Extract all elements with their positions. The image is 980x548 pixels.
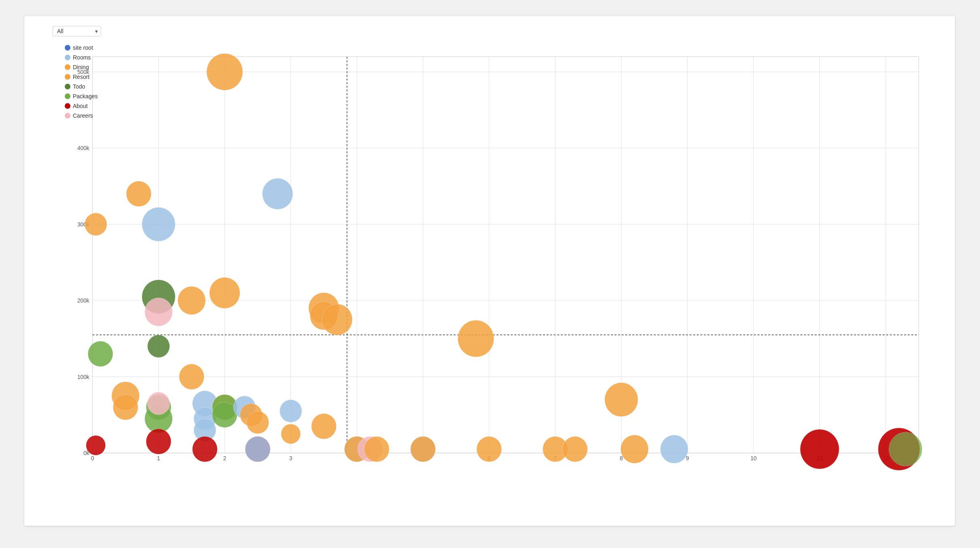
svg-point-52 xyxy=(147,392,170,415)
svg-text:0: 0 xyxy=(91,455,94,461)
svg-point-89 xyxy=(621,435,649,463)
svg-point-53 xyxy=(146,429,171,454)
svg-point-60 xyxy=(192,436,217,462)
chart-container: All Site A Site B site root Rooms Dining… xyxy=(24,16,955,526)
legend-label: Resort xyxy=(73,74,89,80)
legend-dot xyxy=(65,45,70,51)
legend-dot xyxy=(65,93,70,99)
chart-area: site root Rooms Dining Resort Todo Packa… xyxy=(61,40,935,477)
svg-text:400k: 400k xyxy=(77,145,89,151)
svg-point-68 xyxy=(246,411,269,434)
svg-point-48 xyxy=(147,335,170,358)
svg-point-41 xyxy=(85,213,107,236)
legend-dot xyxy=(65,113,70,118)
legend-item: Rooms xyxy=(65,54,98,61)
svg-point-76 xyxy=(322,304,352,335)
legend-item: site root xyxy=(65,44,98,51)
legend-item: About xyxy=(65,103,98,109)
scatter-chart: 01234567891011120k100k200k300k400k500k xyxy=(61,40,935,477)
legend-item: Resort xyxy=(65,74,98,80)
svg-text:1: 1 xyxy=(157,455,160,461)
svg-text:2: 2 xyxy=(223,455,226,461)
svg-point-51 xyxy=(145,298,173,326)
legend-item: Careers xyxy=(65,112,98,119)
legend-label: Todo xyxy=(73,83,85,90)
header-row: All Site A Site B xyxy=(36,24,943,36)
svg-point-70 xyxy=(245,436,270,462)
svg-point-56 xyxy=(179,364,204,389)
svg-point-45 xyxy=(113,394,138,420)
legend-item: Packages xyxy=(65,93,98,99)
legend-label: Dining xyxy=(73,64,89,70)
svg-point-93 xyxy=(889,432,922,466)
svg-point-77 xyxy=(311,414,336,439)
svg-point-54 xyxy=(142,207,175,241)
svg-point-85 xyxy=(477,436,502,462)
svg-point-87 xyxy=(562,436,588,462)
svg-point-81 xyxy=(364,436,389,462)
site-filter-select[interactable]: All Site A Site B xyxy=(53,26,101,36)
legend-dot xyxy=(65,64,70,70)
svg-text:10: 10 xyxy=(751,455,757,461)
legend-label: About xyxy=(73,103,88,109)
svg-text:100k: 100k xyxy=(77,373,89,380)
site-filter-wrapper[interactable]: All Site A Site B xyxy=(53,26,101,36)
svg-point-62 xyxy=(209,277,240,309)
legend-dot xyxy=(65,55,70,60)
svg-point-84 xyxy=(458,320,494,357)
svg-point-46 xyxy=(126,181,151,207)
legend-item: Dining xyxy=(65,64,98,70)
legend: site root Rooms Dining Resort Todo Packa… xyxy=(65,44,98,119)
legend-label: Careers xyxy=(73,112,93,119)
svg-text:3: 3 xyxy=(289,455,293,461)
legend-dot xyxy=(65,74,70,80)
legend-label: site root xyxy=(73,44,93,51)
site-filter-group: All Site A Site B xyxy=(53,24,101,36)
legend-dot xyxy=(65,103,70,109)
svg-point-42 xyxy=(86,436,106,455)
legend-label: Packages xyxy=(73,93,98,99)
svg-point-90 xyxy=(660,435,688,463)
svg-point-55 xyxy=(178,286,206,315)
svg-point-88 xyxy=(605,383,638,417)
svg-rect-40 xyxy=(93,57,919,453)
legend-dot xyxy=(65,84,70,89)
svg-point-72 xyxy=(280,400,302,422)
svg-point-61 xyxy=(207,53,243,90)
svg-text:200k: 200k xyxy=(77,297,89,304)
legend-item: Todo xyxy=(65,83,98,90)
svg-point-73 xyxy=(281,424,301,444)
legend-label: Rooms xyxy=(73,54,91,61)
svg-point-43 xyxy=(88,341,113,367)
svg-point-71 xyxy=(262,178,293,209)
svg-point-83 xyxy=(410,436,435,462)
svg-point-91 xyxy=(800,430,839,469)
